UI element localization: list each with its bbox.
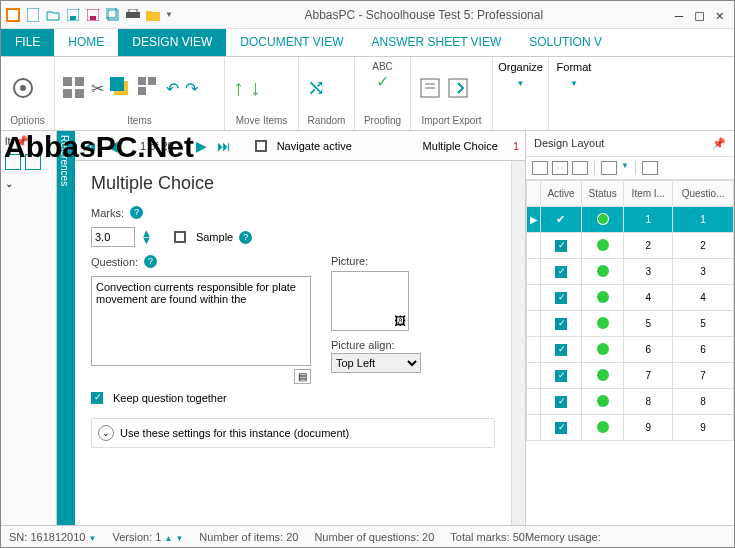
picture-align-select[interactable]: Top Left — [331, 353, 421, 373]
question-cell: 4 — [673, 285, 734, 311]
question-textarea[interactable]: Convection currents responsible for plat… — [91, 276, 311, 366]
ribbon-tabs: FILE HOME DESIGN VIEW DOCUMENT VIEW ANSW… — [1, 29, 734, 57]
format-label[interactable]: Format — [557, 61, 592, 73]
nav-next-icon[interactable]: ▶ — [194, 136, 209, 156]
nav-last-icon[interactable]: ⏭ — [215, 136, 233, 156]
table-row[interactable]: 44 — [527, 285, 734, 311]
spin-down-icon[interactable]: ▼ — [141, 237, 152, 244]
row-selector[interactable] — [527, 363, 541, 389]
help-icon[interactable]: ? — [130, 206, 143, 219]
pin-icon[interactable]: 📌 — [712, 137, 726, 150]
row-selector[interactable] — [527, 311, 541, 337]
active-cell[interactable] — [541, 259, 582, 285]
chevron-down-icon[interactable]: ▼ — [570, 79, 578, 88]
references-tab[interactable]: References — [57, 131, 75, 525]
active-cell[interactable] — [541, 285, 582, 311]
print-icon[interactable] — [125, 7, 141, 23]
tab-design-view[interactable]: DESIGN VIEW — [118, 29, 226, 56]
proofing-icon[interactable]: ✓ — [376, 72, 389, 91]
chevron-down-icon[interactable]: ▼ — [621, 161, 629, 175]
close-button[interactable]: ✕ — [716, 7, 724, 23]
undo-icon[interactable]: ↶ — [166, 79, 179, 98]
tab-document-view[interactable]: DOCUMENT VIEW — [226, 29, 357, 56]
navigate-active-checkbox[interactable] — [255, 140, 267, 152]
active-cell[interactable] — [541, 337, 582, 363]
saveas-icon[interactable] — [85, 7, 101, 23]
tab-home[interactable]: HOME — [54, 29, 118, 56]
table-row[interactable]: ▶✔11 — [527, 207, 734, 233]
active-cell[interactable] — [541, 389, 582, 415]
add-picture-icon[interactable]: 🖼 — [394, 314, 406, 328]
col-status[interactable]: Status — [581, 181, 623, 207]
import-icon[interactable] — [419, 77, 441, 99]
redo-icon[interactable]: ↷ — [185, 79, 198, 98]
sample-checkbox[interactable] — [174, 231, 186, 243]
table-row[interactable]: 33 — [527, 259, 734, 285]
active-cell[interactable] — [541, 363, 582, 389]
table-row[interactable]: 66 — [527, 337, 734, 363]
expand-editor-icon[interactable]: ▤ — [294, 369, 311, 384]
table-row[interactable]: 22 — [527, 233, 734, 259]
grid-toolbar: ▼ — [526, 157, 734, 180]
move-down-icon[interactable]: ↓ — [250, 75, 261, 101]
qat-dropdown-icon[interactable]: ▼ — [165, 10, 173, 19]
row-selector[interactable] — [527, 415, 541, 441]
table-row[interactable]: 88 — [527, 389, 734, 415]
move-up-icon[interactable]: ↑ — [233, 75, 244, 101]
row-selector[interactable] — [527, 233, 541, 259]
tab-solution-view[interactable]: SOLUTION V — [515, 29, 616, 56]
item-stack-icon[interactable] — [138, 77, 160, 99]
grid-view-icon[interactable] — [552, 161, 568, 175]
row-selector[interactable] — [527, 285, 541, 311]
col-active[interactable]: Active — [541, 181, 582, 207]
tab-file[interactable]: FILE — [1, 29, 54, 56]
memory-label: Memory usage: — [525, 531, 601, 543]
grid-view-icon[interactable] — [572, 161, 588, 175]
table-row[interactable]: 77 — [527, 363, 734, 389]
marks-input[interactable] — [91, 227, 135, 247]
active-cell[interactable] — [541, 233, 582, 259]
question-form: Multiple Choice Marks: ? ▲▼ Sample ? Que… — [75, 161, 511, 525]
expand-icon[interactable]: ⌄ — [98, 425, 114, 441]
folder-icon[interactable] — [145, 7, 161, 23]
row-selector[interactable]: ▶ — [527, 207, 541, 233]
picture-box[interactable]: 🖼 — [331, 271, 409, 331]
row-selector[interactable] — [527, 337, 541, 363]
chevron-down-icon[interactable]: ⌄ — [5, 178, 52, 189]
center-scrollbar[interactable] — [511, 161, 525, 525]
active-cell[interactable] — [541, 415, 582, 441]
row-selector[interactable] — [527, 389, 541, 415]
items-label: Items — [63, 115, 216, 126]
save-icon[interactable] — [65, 7, 81, 23]
options-icon[interactable] — [9, 74, 37, 102]
new-icon[interactable] — [25, 7, 41, 23]
row-selector[interactable] — [527, 259, 541, 285]
help-icon[interactable]: ? — [239, 231, 252, 244]
chevron-down-icon[interactable]: ▼ — [517, 79, 525, 88]
grid-view-icon[interactable] — [532, 161, 548, 175]
item-grid-icon[interactable] — [63, 77, 85, 99]
table-row[interactable]: 55 — [527, 311, 734, 337]
design-grid[interactable]: Active Status Item I... Questio... ▶✔112… — [526, 180, 734, 525]
tab-answer-sheet-view[interactable]: ANSWER SHEET VIEW — [357, 29, 515, 56]
maximize-button[interactable]: □ — [695, 7, 703, 23]
col-question[interactable]: Questio... — [673, 181, 734, 207]
organize-label[interactable]: Organize — [498, 61, 543, 73]
keep-together-checkbox[interactable] — [91, 392, 103, 404]
cut-icon[interactable]: ✂ — [91, 79, 104, 98]
active-cell[interactable]: ✔ — [541, 207, 582, 233]
table-row[interactable]: 99 — [527, 415, 734, 441]
random-icon[interactable]: ⤭ — [307, 75, 325, 101]
open-icon[interactable] — [45, 7, 61, 23]
col-item[interactable]: Item I... — [624, 181, 673, 207]
export-icon[interactable] — [447, 77, 469, 99]
grid-settings-icon[interactable] — [642, 161, 658, 175]
instance-settings-row[interactable]: ⌄ Use these settings for this instance (… — [91, 418, 495, 448]
saveall-icon[interactable] — [105, 7, 121, 23]
minimize-button[interactable]: — — [675, 7, 683, 23]
app-icon — [5, 7, 21, 23]
active-cell[interactable] — [541, 311, 582, 337]
item-copy-icon[interactable] — [110, 77, 132, 99]
help-icon[interactable]: ? — [144, 255, 157, 268]
grid-view-icon[interactable] — [601, 161, 617, 175]
